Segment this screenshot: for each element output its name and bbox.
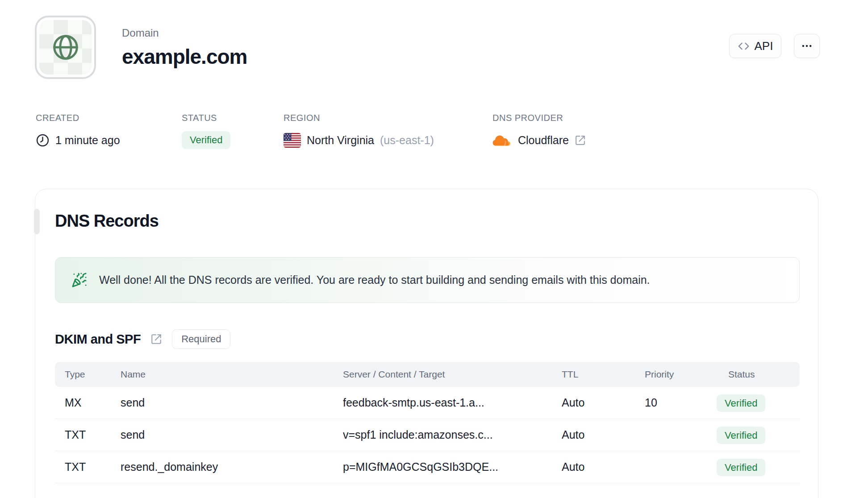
ellipsis-icon — [801, 40, 813, 52]
status-badge: Verified — [182, 131, 230, 149]
api-button-label: API — [755, 39, 773, 53]
us-flag-icon — [284, 133, 301, 148]
required-badge: Required — [172, 329, 230, 349]
cell-content: p=MIGfMA0GCSqGSIb3DQE... — [343, 461, 562, 473]
col-header-status: Status — [717, 369, 800, 380]
col-header-priority: Priority — [645, 369, 717, 380]
domain-avatar — [35, 16, 96, 79]
api-button[interactable]: API — [729, 34, 781, 58]
col-header-type: Type — [55, 369, 121, 380]
cell-name: send — [121, 428, 343, 441]
region-value: North Virginia — [307, 134, 374, 147]
region-label: REGION — [284, 113, 434, 123]
cell-type: TXT — [55, 461, 121, 473]
table-row[interactable]: TXT send v=spf1 include:amazonses.c... A… — [55, 419, 800, 451]
code-icon — [738, 40, 750, 52]
status-label: STATUS — [182, 113, 230, 123]
dns-records-card: DNS Records Well done! All the DNS recor… — [35, 189, 818, 498]
created-value: 1 minute ago — [55, 134, 120, 147]
cell-type: MX — [55, 396, 121, 409]
status-badge: Verified — [717, 427, 765, 444]
col-header-name: Name — [121, 369, 343, 380]
table-header-row: Type Name Server / Content / Target TTL … — [55, 362, 800, 387]
meta-created: CREATED 1 minute ago — [36, 113, 120, 150]
table-row[interactable]: TXT resend._domainkey p=MIGfMA0GCSqGSIb3… — [55, 451, 800, 483]
page-title: example.com — [122, 45, 247, 69]
success-banner-text: Well done! All the DNS records are verif… — [99, 274, 650, 286]
card-title: DNS Records — [55, 212, 159, 231]
dns-provider-label: DNS PROVIDER — [492, 113, 586, 123]
cell-priority: 10 — [645, 396, 717, 409]
cell-name: send — [121, 396, 343, 409]
page-kicker: Domain — [122, 27, 247, 39]
cell-type: TXT — [55, 428, 121, 441]
region-code: (us-east-1) — [380, 134, 434, 147]
dns-provider-value: Cloudflare — [518, 134, 569, 147]
cell-content: feedback-smtp.us-east-1.a... — [343, 396, 562, 409]
cell-ttl: Auto — [562, 461, 645, 473]
external-link-icon[interactable] — [575, 135, 586, 146]
meta-region: REGION North Virgi — [284, 113, 434, 150]
cloudflare-icon — [492, 133, 512, 147]
more-button[interactable] — [794, 34, 820, 58]
col-header-content: Server / Content / Target — [343, 369, 562, 380]
status-badge: Verified — [717, 459, 765, 476]
status-badge: Verified — [717, 394, 765, 412]
globe-icon — [51, 33, 80, 62]
cell-name: resend._domainkey — [121, 461, 343, 473]
success-banner: Well done! All the DNS records are verif… — [55, 257, 800, 303]
avatar-checkerboard — [39, 20, 92, 75]
cell-ttl: Auto — [562, 428, 645, 441]
col-header-ttl: TTL — [562, 369, 645, 380]
section-scroll-indicator — [34, 209, 40, 234]
cell-content: v=spf1 include:amazonses.c... — [343, 428, 562, 441]
party-popper-icon — [71, 272, 87, 288]
section-title: DKIM and SPF — [55, 332, 141, 347]
meta-dns-provider: DNS PROVIDER Cloudflare — [492, 113, 586, 150]
created-label: CREATED — [36, 113, 120, 123]
dns-records-table: Type Name Server / Content / Target TTL … — [55, 362, 800, 483]
clock-icon — [36, 133, 50, 147]
meta-status: STATUS Verified — [182, 113, 230, 150]
external-link-icon[interactable] — [150, 333, 162, 345]
table-row[interactable]: MX send feedback-smtp.us-east-1.a... Aut… — [55, 387, 800, 419]
cell-ttl: Auto — [562, 396, 645, 409]
